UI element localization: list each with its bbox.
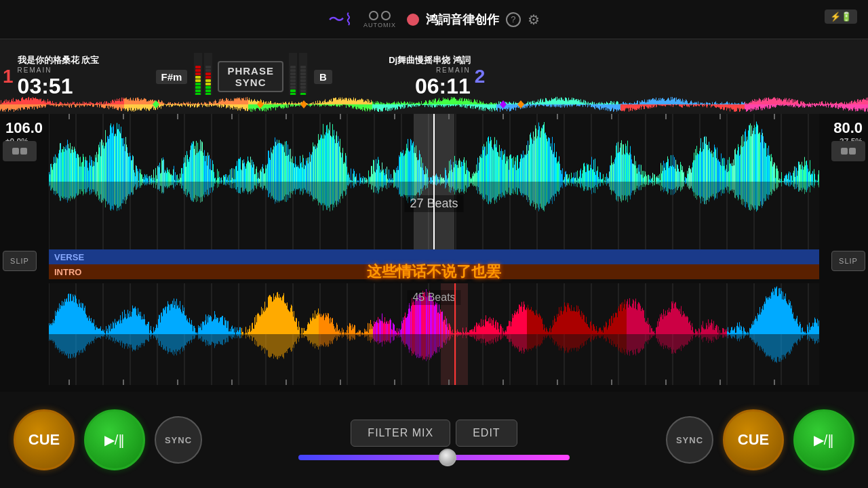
filter-edit-row: FILTER MIX EDIT: [351, 420, 517, 447]
deck2-bottom-controls: SYNC CUE ▶/‖: [666, 409, 854, 470]
deck2-slip-button[interactable]: SLIP: [831, 251, 865, 271]
automix-button[interactable]: AUTOMIX: [363, 11, 396, 28]
intro-label: INTRO: [54, 267, 81, 277]
deck2-key: B: [314, 70, 332, 84]
deck2-sync-label: SYNC: [676, 435, 703, 445]
deck1-play-pause-button[interactable]: ▶/‖: [84, 409, 145, 470]
beats-lower-label: 45 Beats: [407, 290, 460, 305]
deck1-remain-label: REMAIN: [18, 66, 52, 74]
lower-waveform: 45 Beats: [49, 283, 819, 385]
deck2-cue-label: CUE: [738, 431, 769, 449]
waveform-area[interactable]: 106.0 ±0.0% 80.0 -37.5% SLIP SLIP ∨ ∨ 27…: [0, 114, 868, 392]
deck2-cue-button[interactable]: CUE: [723, 409, 784, 470]
playhead-lower: [454, 283, 456, 385]
crossfader-knob[interactable]: [439, 449, 456, 466]
phrase-sync-button[interactable]: PHRASE SYNC: [218, 61, 283, 92]
crossfader-row: [298, 455, 570, 460]
deck1-side-controls: SLIP: [3, 141, 37, 271]
deck1-sync-label: SYNC: [165, 435, 192, 445]
app-header: 鸿詞音律创作 ? ⚙: [407, 12, 540, 28]
deck2-side-controls: SLIP: [831, 141, 865, 271]
filter-mix-button[interactable]: FILTER MIX: [351, 420, 450, 447]
phrase-sync-line2: SYNC: [235, 77, 267, 88]
waveform-icon: 〜⌇: [328, 9, 353, 30]
deck2-vu-right: [299, 53, 307, 100]
deck2-loop-button[interactable]: [831, 141, 865, 161]
bottom-controls: CUE ▶/‖ SYNC FILTER MIX EDIT SYNC CUE ▶/…: [0, 392, 868, 488]
deck2-vu-meters: [286, 53, 310, 100]
edit-button[interactable]: EDIT: [456, 420, 517, 447]
upper-waveform: 27 Beats: [49, 114, 819, 249]
overview-strip: [0, 95, 868, 114]
deck1-loop-button[interactable]: [3, 141, 37, 161]
help-icon[interactable]: ?: [506, 12, 521, 27]
deck1-play-icon: ▶/‖: [104, 432, 125, 448]
battery-icon: ⚡🔋: [825, 9, 857, 24]
deck1-cue-button[interactable]: CUE: [14, 409, 75, 470]
top-bar: 〜⌇ AUTOMIX 鸿詞音律创作 ? ⚙ ⚡🔋: [0, 0, 868, 39]
deck1-remain: REMAIN 03:51: [18, 66, 148, 99]
phrase-bars: VERSE INTRO 这些情话不说了也罢: [49, 249, 819, 283]
playhead-upper: [433, 114, 435, 249]
deck2-play-icon: ▶/‖: [814, 432, 835, 448]
deck1-bottom-controls: CUE ▶/‖ SYNC: [14, 409, 202, 470]
overview-canvas: [0, 95, 868, 114]
deck2-play-pause-button[interactable]: ▶/‖: [793, 409, 854, 470]
deck2-key-area: B: [310, 70, 336, 84]
intro-bar: INTRO 这些情话不说了也罢: [49, 264, 819, 279]
deck1-vu-right: [204, 53, 212, 100]
crossfader-track[interactable]: [298, 455, 570, 460]
lyric-text: 这些情话不说了也罢: [367, 262, 501, 282]
deck2-remain: REMAIN 06:11: [340, 66, 471, 99]
gear-icon[interactable]: ⚙: [528, 12, 540, 28]
deck2-number: 2: [472, 66, 488, 87]
phrase-sync-line1: PHRASE: [227, 65, 274, 77]
deck1-bpm: 106.0: [5, 119, 43, 137]
deck2-track-name: Dj舞曲慢摇串烧 鸿詞: [340, 54, 471, 66]
deck1-key-area: F#m: [152, 70, 192, 84]
deck2-bpm: 80.0: [833, 119, 863, 137]
center-controls: FILTER MIX EDIT: [202, 420, 666, 460]
deck2-remain-label: REMAIN: [436, 66, 471, 74]
deck1-vu-left: [194, 53, 202, 100]
deck2-sync-button[interactable]: SYNC: [666, 416, 713, 464]
deck1-vu-meters: [191, 53, 215, 100]
automix-label: AUTOMIX: [363, 22, 396, 28]
deck1-sync-button[interactable]: SYNC: [155, 416, 202, 464]
deck1-cue-label: CUE: [28, 431, 60, 449]
rec-dot: [407, 14, 419, 26]
app-title: 鸿詞音律创作: [426, 12, 499, 28]
verse-label: VERSE: [54, 252, 84, 262]
deck1-number: 1: [0, 66, 16, 87]
deck2-vu-left: [289, 53, 297, 100]
deck1-track-name: 我是你的格桑花 欣宝: [18, 54, 148, 66]
deck1-slip-button[interactable]: SLIP: [3, 251, 37, 271]
deck1-key: F#m: [156, 70, 188, 84]
